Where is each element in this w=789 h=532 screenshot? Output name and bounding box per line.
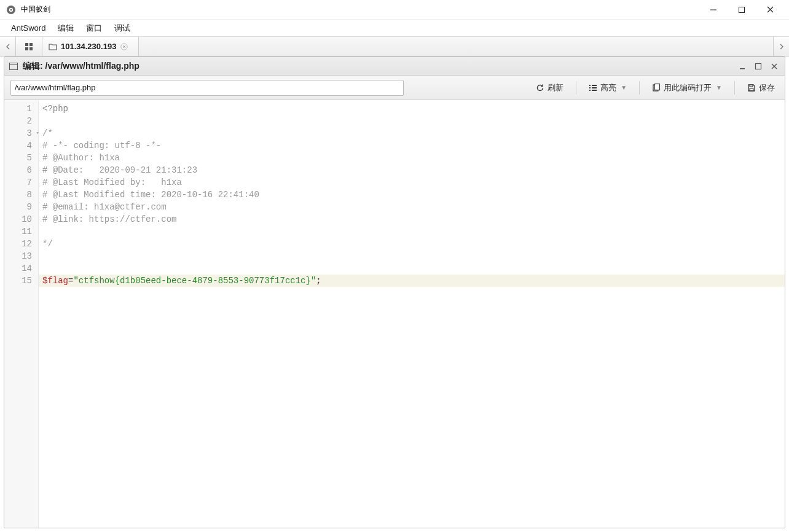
tab-home[interactable]: [16, 37, 42, 56]
tab-nav-prev[interactable]: [0, 37, 16, 56]
code-line[interactable]: # @email: h1xa@ctfer.com: [39, 201, 785, 213]
list-icon: [589, 84, 597, 92]
line-number: 10: [4, 213, 38, 225]
code-line[interactable]: # @Date: 2020-09-21 21:31:23: [39, 164, 785, 176]
app-icon: [6, 5, 16, 15]
divider: [576, 81, 576, 95]
svg-rect-21: [592, 85, 597, 86]
editor-panel: 编辑: /var/www/html/flag.php 刷新 高亮 ▼: [4, 57, 785, 528]
refresh-button[interactable]: 刷新: [532, 79, 567, 96]
save-label: 保存: [759, 82, 775, 93]
line-number: 8: [4, 189, 38, 201]
svg-point-2: [10, 9, 12, 10]
svg-rect-20: [589, 85, 591, 86]
line-number: 9: [4, 201, 38, 213]
svg-rect-14: [10, 63, 18, 69]
open-with-encoding-button[interactable]: 用此编码打开 ▼: [648, 79, 726, 96]
highlight-label: 高亮: [600, 82, 616, 93]
window-title: 中国蚁剑: [21, 4, 50, 15]
save-icon: [747, 84, 756, 92]
window-title-bar: 中国蚁剑: [0, 0, 789, 20]
menu-edit[interactable]: 编辑: [52, 20, 80, 36]
scrollbar-vertical[interactable]: [779, 100, 785, 528]
code-line[interactable]: <?php: [39, 103, 785, 115]
path-input[interactable]: [10, 80, 404, 96]
svg-rect-9: [25, 47, 28, 50]
code-line[interactable]: /*: [39, 127, 785, 139]
refresh-label: 刷新: [548, 82, 563, 93]
code-area[interactable]: <?php/*# -*- coding: utf-8 -*-# @Author:…: [39, 100, 785, 528]
minimize-button[interactable]: [699, 0, 728, 20]
code-line[interactable]: $flag="ctfshow{d1b05eed-bece-4879-8553-9…: [39, 275, 785, 287]
svg-rect-7: [25, 43, 28, 46]
line-number: 3: [4, 127, 38, 139]
menu-bar: AntSword 编辑 窗口 调试: [0, 20, 789, 37]
tab-label: 101.34.230.193: [61, 42, 116, 51]
divider: [639, 81, 640, 95]
line-number: 13: [4, 250, 38, 262]
chevron-down-icon: ▼: [716, 84, 722, 91]
code-line[interactable]: # @Author: h1xa: [39, 152, 785, 164]
svg-rect-8: [29, 43, 33, 46]
code-editor[interactable]: 123456789101112131415 <?php/*# -*- codin…: [4, 100, 785, 528]
svg-rect-28: [750, 85, 753, 87]
chevron-down-icon: ▼: [621, 84, 627, 91]
line-number: 11: [4, 225, 38, 238]
panel-header: 编辑: /var/www/html/flag.php: [4, 57, 785, 76]
grid-icon: [25, 42, 33, 51]
menu-antsword[interactable]: AntSword: [5, 21, 52, 35]
menu-debug[interactable]: 调试: [108, 20, 136, 36]
folder-icon: [49, 43, 57, 50]
svg-rect-10: [29, 47, 33, 50]
line-number: 7: [4, 176, 38, 189]
menu-window[interactable]: 窗口: [80, 20, 108, 36]
tab-nav-next[interactable]: [773, 37, 789, 56]
panel-title: 编辑: /var/www/html/flag.php: [23, 61, 139, 72]
code-line[interactable]: # @Last Modified by: h1xa: [39, 176, 785, 189]
refresh-icon: [536, 84, 544, 92]
tab-filemanager[interactable]: 101.34.230.193: [42, 37, 139, 56]
editor-toolbar: 刷新 高亮 ▼ 用此编码打开 ▼ 保存: [4, 76, 785, 100]
gutter: 123456789101112131415: [4, 100, 39, 528]
svg-rect-22: [589, 87, 591, 88]
close-button[interactable]: [756, 0, 784, 20]
svg-rect-16: [740, 68, 745, 69]
code-line[interactable]: [39, 225, 785, 238]
code-line[interactable]: [39, 250, 785, 262]
tab-close-icon[interactable]: [120, 42, 128, 51]
code-line[interactable]: # @Last Modified time: 2020-10-16 22:41:…: [39, 189, 785, 201]
code-line[interactable]: [39, 262, 785, 275]
line-number: 14: [4, 262, 38, 275]
line-number: 4: [4, 139, 38, 152]
svg-rect-4: [739, 7, 745, 12]
svg-rect-17: [756, 63, 761, 69]
code-line[interactable]: # @link: https://ctfer.com: [39, 213, 785, 225]
svg-rect-24: [589, 90, 591, 91]
save-button[interactable]: 保存: [744, 79, 779, 96]
code-line[interactable]: */: [39, 238, 785, 250]
open-with-encoding-label: 用此编码打开: [664, 82, 712, 93]
line-number: 1: [4, 103, 38, 115]
divider: [734, 81, 735, 95]
line-number: 5: [4, 152, 38, 164]
svg-rect-23: [592, 87, 597, 88]
panel-minimize-button[interactable]: [737, 61, 748, 72]
window-icon: [9, 63, 18, 70]
panel-maximize-button[interactable]: [753, 61, 764, 72]
highlight-button[interactable]: 高亮 ▼: [585, 79, 630, 96]
panel-close-button[interactable]: [769, 61, 780, 72]
code-line[interactable]: [39, 115, 785, 127]
line-number: 2: [4, 115, 38, 127]
line-number: 6: [4, 164, 38, 176]
line-number: 12: [4, 238, 38, 250]
line-number: 15: [4, 275, 38, 287]
svg-rect-25: [592, 90, 597, 91]
maximize-button[interactable]: [728, 0, 756, 20]
code-line[interactable]: # -*- coding: utf-8 -*-: [39, 139, 785, 152]
encoding-icon: [652, 84, 661, 92]
svg-rect-27: [655, 84, 660, 90]
tab-strip: 101.34.230.193: [0, 37, 789, 57]
